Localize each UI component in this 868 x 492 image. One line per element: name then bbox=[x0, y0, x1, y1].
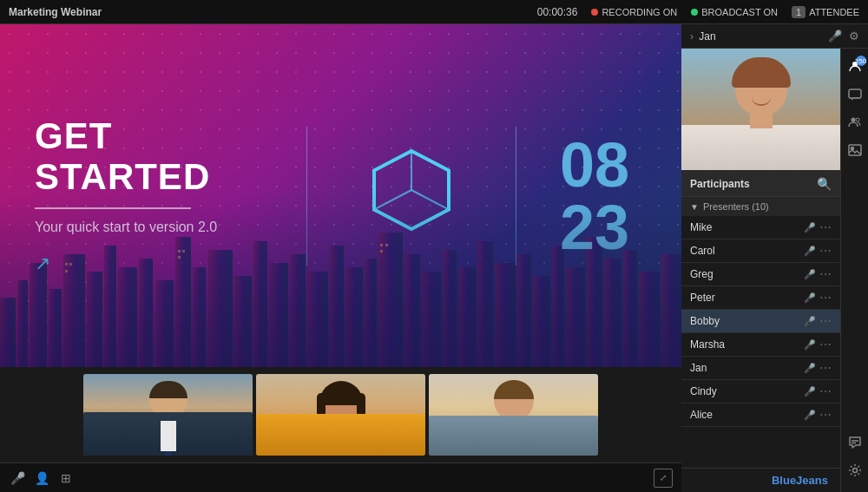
chat-icon[interactable] bbox=[844, 83, 866, 106]
more-icon-cindy: ⋯ bbox=[819, 384, 832, 398]
expand-button[interactable]: ⤢ bbox=[654, 469, 673, 488]
video-preview bbox=[681, 49, 840, 170]
svg-point-55 bbox=[851, 148, 853, 150]
participant-item-mike[interactable]: Mike 🎤 ⋯ bbox=[681, 216, 840, 239]
participant-name-bobby: Bobby bbox=[690, 315, 804, 327]
more-icon-marsha: ⋯ bbox=[819, 338, 832, 351]
group-chevron: ▼ bbox=[690, 202, 699, 212]
side-icon-bar: 250 bbox=[840, 49, 868, 492]
pres-right-section: 0823 bbox=[542, 134, 647, 259]
participant-name-mike: Mike bbox=[690, 221, 804, 233]
participants-panel: Participants 🔍 ▼ Presenters (10) Mike 🎤 bbox=[681, 170, 840, 468]
recording-dot bbox=[591, 9, 598, 16]
participant-name-alice: Alice bbox=[690, 409, 804, 421]
rp-main: Participants 🔍 ▼ Presenters (10) Mike 🎤 bbox=[681, 49, 840, 492]
more-icon-greg: ⋯ bbox=[819, 267, 832, 281]
mic-icon-bobby: 🎤 bbox=[804, 316, 816, 327]
mic-icon-greg: 🎤 bbox=[804, 269, 816, 280]
mic-toggle-icon[interactable]: 🎤 bbox=[828, 30, 842, 43]
mic-icon-peter: 🎤 bbox=[804, 292, 816, 304]
participant-name-jan: Jan bbox=[690, 362, 804, 374]
image-icon[interactable] bbox=[844, 139, 866, 161]
people-icon[interactable] bbox=[844, 111, 866, 134]
presenter-video bbox=[681, 49, 840, 170]
mic-icon-cindy: 🎤 bbox=[804, 386, 816, 397]
broadcast-dot bbox=[691, 9, 698, 16]
svg-line-48 bbox=[411, 190, 449, 210]
pres-left-section: GET STARTED Your quick start to version … bbox=[35, 116, 280, 274]
participant-name-cindy: Cindy bbox=[690, 385, 804, 397]
svg-rect-51 bbox=[849, 89, 861, 98]
participant-item-peter[interactable]: Peter 🎤 ⋯ bbox=[681, 286, 840, 310]
avatar-icon[interactable]: 👤 bbox=[33, 469, 50, 487]
participant-item-cindy[interactable]: Cindy 🎤 ⋯ bbox=[681, 380, 840, 403]
broadcast-status: BROADCAST ON bbox=[691, 7, 778, 17]
participants-title: Participants bbox=[690, 178, 817, 190]
mic-icon-mike: 🎤 bbox=[804, 222, 816, 233]
presentation-subtitle: Your quick start to version 2.0 bbox=[35, 220, 280, 235]
mic-icon-jan: 🎤 bbox=[804, 363, 816, 374]
svg-point-53 bbox=[856, 118, 859, 121]
rp-header-icons: 🎤 ⚙ bbox=[828, 30, 859, 43]
presentation-content: GET STARTED Your quick start to version … bbox=[0, 24, 681, 367]
bottom-bar: 🎤 👤 ⊞ ⤢ bbox=[0, 462, 681, 492]
presentation-title: GET STARTED bbox=[35, 116, 280, 196]
participants-header: Participants 🔍 bbox=[681, 170, 840, 197]
participant-item-marsha[interactable]: Marsha 🎤 ⋯ bbox=[681, 333, 840, 357]
more-icon-carol: ⋯ bbox=[819, 244, 832, 258]
presenters-group-header[interactable]: ▼ Presenters (10) bbox=[681, 197, 840, 216]
participant-name-carol: Carol bbox=[690, 245, 804, 257]
attendee-count: 1 bbox=[792, 6, 806, 18]
thumbnail-strip bbox=[0, 367, 681, 462]
camera-settings-icon[interactable]: ⚙ bbox=[849, 30, 859, 43]
grid-icon[interactable]: ⊞ bbox=[57, 469, 75, 487]
participant-item-greg[interactable]: Greg 🎤 ⋯ bbox=[681, 263, 840, 286]
more-icon-peter: ⋯ bbox=[819, 291, 832, 305]
active-presenter-label: › Jan bbox=[690, 30, 828, 43]
participant-name-greg: Greg bbox=[690, 268, 804, 280]
participant-name-marsha: Marsha bbox=[690, 338, 804, 351]
pres-vline-2 bbox=[516, 127, 516, 266]
settings-icon[interactable] bbox=[844, 459, 866, 482]
chat-bubble-icon[interactable] bbox=[844, 431, 866, 454]
participants-count-badge: 250 bbox=[856, 56, 866, 66]
thumbnail-1[interactable] bbox=[83, 374, 253, 456]
rp-header: › Jan 🎤 ⚙ bbox=[681, 24, 868, 49]
pres-numbers: 0823 bbox=[542, 134, 647, 259]
more-icon-bobby: ⋯ bbox=[819, 314, 832, 328]
pres-vline-1 bbox=[306, 127, 307, 266]
participant-item-carol[interactable]: Carol 🎤 ⋯ bbox=[681, 239, 840, 263]
hexagon-icon bbox=[368, 147, 455, 245]
svg-point-52 bbox=[851, 118, 855, 122]
top-bar: Marketing Webinar 00:00:36 RECORDING ON … bbox=[0, 0, 868, 24]
svg-line-49 bbox=[374, 190, 411, 210]
timer-display: 00:00:36 bbox=[537, 6, 578, 18]
mic-icon[interactable]: 🎤 bbox=[9, 469, 26, 487]
video-area: GET STARTED Your quick start to version … bbox=[0, 24, 681, 492]
participant-item-bobby[interactable]: Bobby 🎤 ⋯ bbox=[681, 310, 840, 333]
more-icon-mike: ⋯ bbox=[819, 220, 832, 234]
thumbnail-2[interactable] bbox=[256, 374, 425, 456]
pres-divider bbox=[35, 207, 191, 209]
bluejeans-brand: BlueJeans bbox=[765, 470, 835, 490]
pres-center-section bbox=[333, 147, 490, 245]
presenters-group: ▼ Presenters (10) Mike 🎤 ⋯ Carol 🎤 bbox=[681, 197, 840, 427]
participant-name-peter: Peter bbox=[690, 292, 804, 304]
mic-icon-marsha: 🎤 bbox=[804, 339, 816, 351]
right-container: Participants 🔍 ▼ Presenters (10) Mike 🎤 bbox=[681, 49, 868, 492]
more-icon-alice: ⋯ bbox=[819, 408, 832, 422]
main-layout: GET STARTED Your quick start to version … bbox=[0, 24, 868, 492]
group-label: Presenters (10) bbox=[703, 201, 769, 212]
pres-arrow-icon: ↗ bbox=[35, 253, 280, 275]
participants-icon[interactable]: 250 bbox=[844, 56, 866, 78]
attendee-badge: 1 ATTENDEE bbox=[792, 6, 859, 18]
participants-search-icon[interactable]: 🔍 bbox=[817, 177, 832, 191]
right-section: › Jan 🎤 ⚙ bbox=[681, 24, 868, 492]
thumbnail-3[interactable] bbox=[429, 374, 598, 456]
presentation-slide: GET STARTED Your quick start to version … bbox=[0, 24, 681, 367]
mic-icon-carol: 🎤 bbox=[804, 246, 816, 257]
app-title: Marketing Webinar bbox=[9, 6, 102, 18]
participant-item-jan[interactable]: Jan 🎤 ⋯ bbox=[681, 357, 840, 380]
participant-item-alice[interactable]: Alice 🎤 ⋯ bbox=[681, 403, 840, 427]
brand-bar: BlueJeans bbox=[681, 468, 840, 492]
